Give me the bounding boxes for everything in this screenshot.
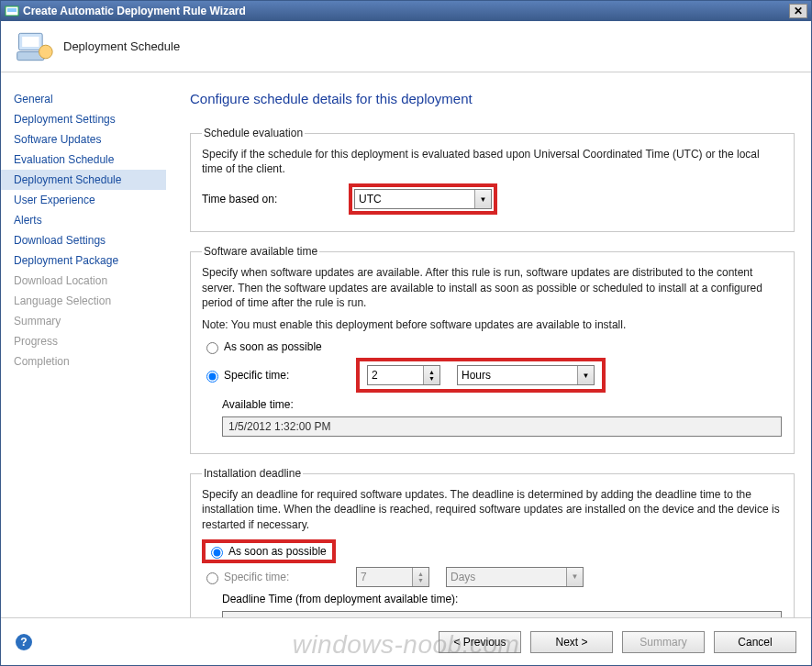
sidebar-item-completion: Completion bbox=[1, 351, 166, 372]
radio-deadline-asap[interactable] bbox=[211, 547, 223, 559]
cancel-button[interactable]: Cancel bbox=[714, 631, 796, 653]
svg-rect-1 bbox=[7, 8, 17, 12]
sidebar-item-summary: Summary bbox=[1, 311, 166, 331]
next-button[interactable]: Next > bbox=[530, 631, 613, 653]
legend-schedule-evaluation: Schedule evaluation bbox=[202, 127, 305, 139]
spinner-buttons-icon: ▲▼ bbox=[423, 366, 439, 384]
chevron-down-icon: ▼ bbox=[474, 190, 491, 208]
highlight-time-based: UTC ▼ bbox=[349, 183, 497, 215]
legend-installation-deadline: Installation deadline bbox=[202, 467, 303, 480]
spinner-deadline-number-value: 7 bbox=[361, 571, 412, 583]
help-button[interactable]: ? bbox=[16, 634, 32, 650]
app-icon bbox=[5, 4, 19, 18]
spinner-buttons-icon: ▲▼ bbox=[412, 568, 428, 586]
sidebar-item-language-selection: Language Selection bbox=[1, 291, 166, 311]
label-deadline-time: Deadline Time (from deployment available… bbox=[222, 593, 458, 605]
select-avail-unit[interactable]: Hours ▼ bbox=[457, 365, 595, 385]
wizard-header-icon bbox=[14, 27, 54, 67]
desc-schedule-evaluation: Specify if the schedule for this deploym… bbox=[202, 147, 783, 176]
close-icon: ✕ bbox=[794, 5, 803, 17]
desc-software-available: Specify when software updates are availa… bbox=[202, 265, 783, 310]
radio-avail-specific-row: Specific time: 2 ▲▼ Hours ▼ bbox=[202, 358, 783, 393]
legend-software-available: Software available time bbox=[202, 245, 319, 258]
group-installation-deadline: Installation deadline Specify an deadlin… bbox=[190, 467, 795, 617]
highlight-deadline-asap: As soon as possible bbox=[202, 539, 336, 563]
sidebar-item-general[interactable]: General bbox=[1, 89, 166, 109]
header-band: Deployment Schedule bbox=[1, 21, 811, 72]
chevron-down-icon: ▼ bbox=[577, 366, 594, 384]
help-icon: ? bbox=[20, 636, 27, 649]
titlebar: Create Automatic Deployment Rule Wizard … bbox=[1, 1, 811, 21]
body: General Deployment Settings Software Upd… bbox=[1, 72, 811, 617]
radio-deadline-specific-row: Specific time: 7 ▲▼ Days ▼ bbox=[202, 567, 783, 587]
spinner-avail-number[interactable]: 2 ▲▼ bbox=[367, 365, 440, 385]
sidebar: General Deployment Settings Software Upd… bbox=[1, 72, 166, 617]
page-title: Configure schedule details for this depl… bbox=[190, 91, 795, 106]
text-available-time: 1/5/2012 1:32:00 PM bbox=[222, 416, 782, 437]
label-available-time: Available time: bbox=[222, 398, 354, 411]
desc-installation-deadline: Specify an deadline for required softwar… bbox=[202, 487, 783, 532]
spinner-avail-number-value: 2 bbox=[372, 369, 423, 382]
group-schedule-evaluation: Schedule evaluation Specify if the sched… bbox=[190, 127, 795, 232]
main-panel: Configure schedule details for this depl… bbox=[166, 72, 811, 617]
sidebar-item-software-updates[interactable]: Software Updates bbox=[1, 129, 166, 150]
select-avail-unit-value: Hours bbox=[462, 369, 491, 382]
sidebar-item-evaluation-schedule[interactable]: Evaluation Schedule bbox=[1, 150, 166, 170]
window-title: Create Automatic Deployment Rule Wizard bbox=[23, 5, 246, 17]
select-time-based[interactable]: UTC ▼ bbox=[354, 189, 492, 209]
svg-point-5 bbox=[39, 45, 53, 59]
radio-avail-specific-label: Specific time: bbox=[224, 369, 356, 382]
radio-avail-asap[interactable] bbox=[206, 342, 218, 354]
sidebar-item-deployment-settings[interactable]: Deployment Settings bbox=[1, 109, 166, 129]
note-software-available: Note: You must enable this deployment be… bbox=[202, 317, 783, 332]
radio-deadline-specific[interactable] bbox=[206, 572, 218, 584]
spinner-deadline-number: 7 ▲▼ bbox=[356, 567, 429, 587]
wizard-window: Create Automatic Deployment Rule Wizard … bbox=[0, 0, 812, 666]
label-time-based-on: Time based on: bbox=[202, 193, 349, 205]
chevron-down-icon: ▼ bbox=[566, 568, 583, 586]
group-software-available: Software available time Specify when sof… bbox=[190, 245, 795, 454]
header-title: Deployment Schedule bbox=[63, 39, 180, 53]
svg-rect-3 bbox=[22, 37, 39, 47]
select-time-based-value: UTC bbox=[359, 193, 382, 205]
text-deadline-time bbox=[222, 611, 782, 617]
highlight-avail-controls: 2 ▲▼ Hours ▼ bbox=[356, 358, 606, 393]
sidebar-item-user-experience[interactable]: User Experience bbox=[1, 190, 166, 210]
radio-deadline-asap-label: As soon as possible bbox=[228, 545, 327, 558]
sidebar-item-download-location: Download Location bbox=[1, 271, 166, 291]
radio-avail-asap-label: As soon as possible bbox=[224, 340, 322, 353]
select-deadline-unit: Days ▼ bbox=[446, 567, 584, 587]
sidebar-item-deployment-schedule[interactable]: Deployment Schedule bbox=[1, 170, 166, 190]
select-deadline-unit-value: Days bbox=[450, 571, 475, 583]
sidebar-item-deployment-package[interactable]: Deployment Package bbox=[1, 250, 166, 271]
footer: ? < Previous Next > Summary Cancel bbox=[1, 617, 811, 665]
radio-avail-specific[interactable] bbox=[206, 371, 218, 383]
radio-avail-asap-row: As soon as possible bbox=[202, 339, 783, 354]
sidebar-item-progress: Progress bbox=[1, 331, 166, 351]
previous-button[interactable]: < Previous bbox=[439, 631, 521, 653]
sidebar-item-download-settings[interactable]: Download Settings bbox=[1, 230, 166, 250]
sidebar-item-alerts[interactable]: Alerts bbox=[1, 210, 166, 230]
radio-deadline-specific-label: Specific time: bbox=[224, 571, 356, 583]
close-button[interactable]: ✕ bbox=[789, 4, 807, 18]
summary-button: Summary bbox=[622, 631, 705, 653]
